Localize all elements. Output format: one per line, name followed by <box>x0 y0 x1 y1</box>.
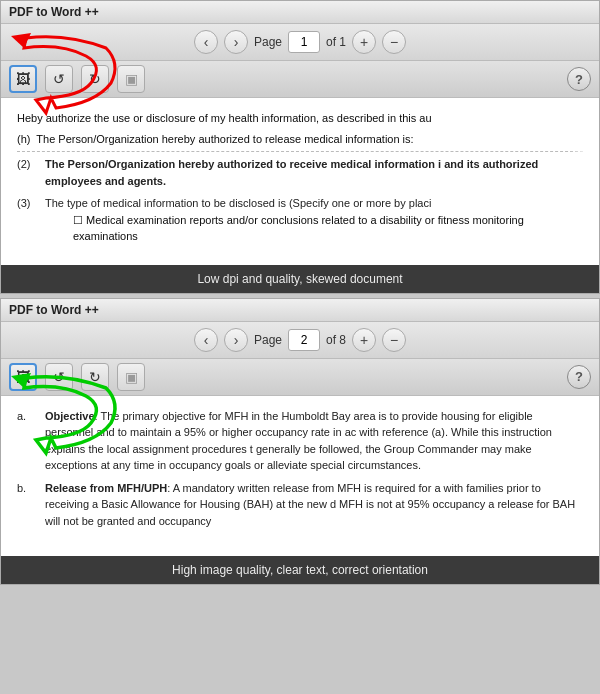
panel-1-toolbar: ‹ › Page of 1 + − <box>1 24 599 61</box>
doc-line-1: Heby authorize the use or disclosure of … <box>17 110 583 127</box>
panel-1-content: Heby authorize the use or disclosure of … <box>1 98 599 265</box>
next-page-btn[interactable]: › <box>224 30 248 54</box>
prev-page-btn[interactable]: ‹ <box>194 30 218 54</box>
doc-item-b: b. Release from MFH/UPH: A mandatory wri… <box>17 480 583 530</box>
doc-item-a: a. Objective: The primary objective for … <box>17 408 583 474</box>
image-btn[interactable]: 🖼 <box>9 65 37 93</box>
page-label: Page <box>254 35 282 49</box>
export-btn-2[interactable]: ▣ <box>117 363 145 391</box>
title-text-2: PDF to Word ++ <box>9 303 99 317</box>
zoom-out-btn[interactable]: − <box>382 30 406 54</box>
panel-2-content: a. Objective: The primary objective for … <box>1 396 599 556</box>
panel-2-icon-bar: 🖼 ↺ ↻ ▣ ? <box>1 359 599 396</box>
checkbox-item: ☐ Medical examination reports and/or con… <box>73 212 583 245</box>
panel-2-toolbar: ‹ › Page of 8 + − <box>1 322 599 359</box>
export-btn[interactable]: ▣ <box>117 65 145 93</box>
zoom-in-btn-2[interactable]: + <box>352 328 376 352</box>
page-number-input[interactable] <box>288 31 320 53</box>
doc-item-3: (3) The type of medical information to b… <box>17 195 583 247</box>
help-btn[interactable]: ? <box>567 67 591 91</box>
zoom-out-btn-2[interactable]: − <box>382 328 406 352</box>
prev-page-btn-2[interactable]: ‹ <box>194 328 218 352</box>
panel-1-icon-bar: 🖼 ↺ ↻ ▣ ? <box>1 61 599 98</box>
panel-2-title: PDF to Word ++ <box>1 299 599 322</box>
zoom-in-btn[interactable]: + <box>352 30 376 54</box>
rotate-left-btn-2[interactable]: ↺ <box>45 363 73 391</box>
panel-2: PDF to Word ++ ‹ › Page of 8 + − 🖼 ↺ ↻ ▣… <box>0 298 600 585</box>
of-label: of 1 <box>326 35 346 49</box>
doc-item-2: (2) The Person/Organization hereby autho… <box>17 156 583 189</box>
title-text: PDF to Word ++ <box>9 5 99 19</box>
next-page-btn-2[interactable]: › <box>224 328 248 352</box>
help-btn-2[interactable]: ? <box>567 365 591 389</box>
panel-1: PDF to Word ++ ‹ › Page of 1 + − 🖼 ↺ ↻ ▣… <box>0 0 600 294</box>
panel-1-status: Low dpi and quality, skewed document <box>1 265 599 293</box>
rotate-right-btn[interactable]: ↻ <box>81 65 109 93</box>
of-label-2: of 8 <box>326 333 346 347</box>
rotate-right-btn-2[interactable]: ↻ <box>81 363 109 391</box>
rotate-left-btn[interactable]: ↺ <box>45 65 73 93</box>
image-btn-2[interactable]: 🖼 <box>9 363 37 391</box>
doc-line-2: (h) The Person/Organization hereby autho… <box>17 131 583 148</box>
page-number-input-2[interactable] <box>288 329 320 351</box>
panel-1-title: PDF to Word ++ <box>1 1 599 24</box>
panel-2-status: High image quality, clear text, correct … <box>1 556 599 584</box>
page-label-2: Page <box>254 333 282 347</box>
